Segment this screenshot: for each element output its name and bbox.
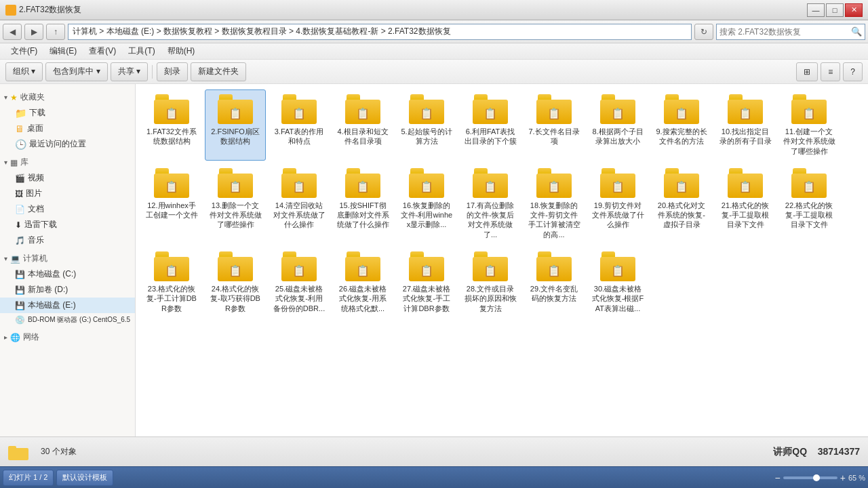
drive-c-icon: 💾	[15, 270, 25, 279]
new-folder-button[interactable]: 新建文件夹	[191, 62, 246, 81]
zoom-out-button[interactable]: −	[775, 472, 781, 483]
minimize-button[interactable]: —	[807, 3, 825, 17]
thunder-label: 迅雷下载	[24, 219, 57, 230]
window-controls: — □ ✕	[807, 3, 863, 17]
file-item-27[interactable]: 📋 27.磁盘未被格式化恢复-手工计算DBR参数	[396, 247, 457, 318]
close-button[interactable]: ✕	[845, 3, 863, 17]
file-item-3[interactable]: 📋 3.FAT表的作用和特点	[269, 89, 330, 161]
menu-file[interactable]: 文件(F)	[5, 44, 43, 58]
file-item-15[interactable]: 📋 15.按SHIFT彻底删除对文件系统做了什么操作	[332, 163, 393, 244]
file-item-16[interactable]: 📋 16.恢复删除的文件-利用winhex显示删除...	[396, 163, 457, 244]
sidebar-favorites-header[interactable]: ▾ ★ 收藏夹	[0, 89, 135, 105]
menu-edit[interactable]: 编辑(E)	[44, 44, 82, 58]
sidebar-item-recent[interactable]: 🕒 最近访问的位置	[0, 136, 135, 152]
file-item-8[interactable]: 📋 8.根据两个子目录算出放大小	[587, 89, 648, 161]
view-large-icon[interactable]: ⊞	[796, 62, 818, 81]
menu-help[interactable]: 帮助(H)	[162, 44, 201, 58]
maximize-button[interactable]: □	[826, 3, 844, 17]
search-box: 🔍	[716, 24, 865, 40]
menu-view[interactable]: 查看(V)	[83, 44, 121, 58]
file-label-11: 11.创建一个文件对文件系统做了哪些操作	[782, 127, 836, 156]
file-item-5[interactable]: 📋 5.起始簇号的计算方法	[396, 89, 457, 161]
file-item-22[interactable]: 📋 22.格式化的恢复-手工提取根目录下文件	[778, 163, 840, 244]
taskbar-nav: 幻灯片 1 / 2 默认设计模板	[3, 470, 113, 486]
view-help[interactable]: ?	[843, 62, 863, 81]
design-label-text: 默认设计模板	[62, 472, 107, 483]
file-item-20[interactable]: 📋 20.格式化对文件系统的恢复-虚拟子目录	[651, 163, 712, 244]
file-item-23[interactable]: 📋 23.格式化的恢复-手工计算DBR参数	[141, 247, 202, 318]
file-item-6[interactable]: 📋 6.利用FAT表找出目录的下个簇	[460, 89, 521, 161]
file-item-30[interactable]: 📋 30.磁盘未被格式化恢复-根据FAT表算出磁...	[587, 247, 648, 318]
view-list[interactable]: ≡	[821, 62, 840, 81]
drive-d-label: 新加卷 (D:)	[28, 284, 68, 296]
sidebar-item-thunder[interactable]: ⬇ 迅雷下载	[0, 217, 135, 232]
file-item-10[interactable]: 📋 10.找出指定目录的所有子目录	[715, 89, 776, 161]
organize-button[interactable]: 组织 ▾	[5, 62, 43, 81]
zoom-in-button[interactable]: +	[840, 472, 846, 483]
video-icon: 🎬	[15, 174, 25, 183]
file-item-29[interactable]: 📋 29.文件名变乱码的恢复方法	[524, 247, 585, 318]
taskbar-right: − + 65 %	[775, 472, 865, 483]
sidebar-network-header[interactable]: ▸ 🌐 网络	[0, 329, 135, 345]
file-item-14[interactable]: 📋 14.清空回收站对文件系统做了什么操作	[269, 163, 330, 244]
forward-button[interactable]: ▶	[24, 24, 43, 40]
folder-icon-22: 📋	[791, 168, 827, 198]
file-item-13[interactable]: 📋 13.删除一个文件对文件系统做了哪些操作	[205, 163, 266, 244]
sidebar-item-desktop[interactable]: 🖥 桌面	[0, 121, 135, 136]
file-item-19[interactable]: 📋 19.剪切文件对文件系统做了什么操作	[587, 163, 648, 244]
sidebar-item-drive-e[interactable]: 💾 本地磁盘 (E:)	[0, 298, 135, 313]
folder-icon-5: 📋	[409, 94, 444, 124]
file-item-25[interactable]: 📋 25.磁盘未被格式化恢复-利用备份份的DBR...	[269, 247, 330, 318]
file-item-21[interactable]: 📋 21.格式化的恢复-手工提取根目录下文件	[715, 163, 776, 244]
address-input[interactable]	[68, 24, 692, 40]
taskbar-slide-indicator[interactable]: 幻灯片 1 / 2	[3, 470, 54, 486]
search-input[interactable]	[719, 27, 851, 37]
sidebar-item-pictures[interactable]: 🖼 图片	[0, 186, 135, 201]
file-label-10: 10.找出指定目录的所有子目录	[718, 127, 772, 146]
zoom-slider[interactable]	[783, 476, 837, 479]
main-layout: ▾ ★ 收藏夹 📁 下载 🖥 桌面 🕒 最近访问的位置 ▾ ▦ 库	[0, 84, 868, 436]
sidebar-computer-header[interactable]: ▾ 💻 计算机	[0, 251, 135, 266]
back-button[interactable]: ◀	[3, 24, 22, 40]
sidebar-item-video[interactable]: 🎬 视频	[0, 170, 135, 186]
up-button[interactable]: ↑	[46, 24, 65, 40]
music-icon: 🎵	[15, 236, 25, 245]
file-item-1[interactable]: 📋 1.FAT32文件系统数据结构	[141, 89, 202, 161]
file-label-3: 3.FAT表的作用和特点	[272, 127, 326, 146]
folder-icon-12: 📋	[154, 168, 189, 198]
file-item-26[interactable]: 📋 26.磁盘未被格式化恢复-用系统格式化默...	[332, 247, 393, 318]
file-item-4[interactable]: 📋 4.根目录和短文件名目录项	[332, 89, 393, 161]
sidebar-item-drive-g[interactable]: 💿 BD-ROM 驱动器 (G:) CentOS_6.5	[0, 313, 135, 327]
refresh-button[interactable]: ↻	[694, 24, 713, 40]
file-item-11[interactable]: 📋 11.创建一个文件对文件系统做了哪些操作	[778, 89, 840, 161]
file-item-12[interactable]: 📋 12.用winhex手工创建一个文件	[141, 163, 202, 244]
video-label: 视频	[28, 172, 44, 184]
file-label-18: 18.恢复删除的文件-剪切文件手工计算被清空的高...	[527, 201, 581, 239]
qq-label: 讲师QQ	[773, 446, 807, 457]
documents-icon: 📄	[15, 205, 25, 214]
file-item-9[interactable]: 📋 9.搜索完整的长文件名的方法	[651, 89, 712, 161]
sidebar-item-drive-c[interactable]: 💾 本地磁盘 (C:)	[0, 266, 135, 282]
file-item-17[interactable]: 📋 17.有高位删除的文件-恢复后对文件系统做了...	[460, 163, 521, 244]
burn-button[interactable]: 刻录	[157, 62, 188, 81]
file-item-28[interactable]: 📋 28.文件或目录损坏的原因和恢复方法	[460, 247, 521, 318]
file-label-20: 20.格式化对文件系统的恢复-虚拟子目录	[654, 201, 709, 230]
sidebar-item-drive-d[interactable]: 💾 新加卷 (D:)	[0, 282, 135, 298]
file-label-7: 7.长文件名目录项	[527, 127, 581, 146]
title-bar: 2.FAT32数据恢复 — □ ✕	[0, 0, 868, 20]
sidebar-item-download[interactable]: 📁 下载	[0, 105, 135, 121]
folder-icon-17: 📋	[473, 168, 508, 198]
file-label-21: 21.格式化的恢复-手工提取根目录下文件	[718, 201, 772, 230]
sidebar-item-music[interactable]: 🎵 音乐	[0, 232, 135, 248]
menu-tools[interactable]: 工具(T)	[123, 44, 160, 58]
file-item-7[interactable]: 📋 7.长文件名目录项	[524, 89, 585, 161]
taskbar-design-label[interactable]: 默认设计模板	[56, 470, 113, 486]
share-button[interactable]: 共享 ▾	[111, 62, 148, 81]
sidebar-library-header[interactable]: ▾ ▦ 库	[0, 155, 135, 170]
menu-bar: 文件(F) 编辑(E) 查看(V) 工具(T) 帮助(H)	[0, 43, 868, 60]
file-item-18[interactable]: 📋 18.恢复删除的文件-剪切文件手工计算被清空的高...	[524, 163, 585, 244]
include-library-button[interactable]: 包含到库中 ▾	[45, 62, 107, 81]
file-item-2[interactable]: 📋 2.FSINFO扇区数据结构	[205, 89, 266, 161]
file-item-24[interactable]: 📋 24.格式化的恢复-取巧获得DBR参数	[205, 247, 266, 318]
sidebar-item-documents[interactable]: 📄 文档	[0, 201, 135, 217]
